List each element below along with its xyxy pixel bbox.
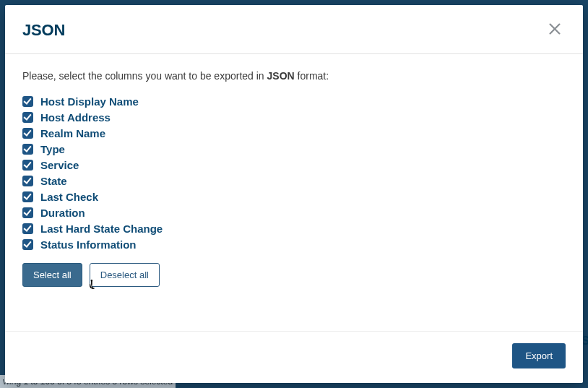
column-option[interactable]: Duration — [22, 206, 566, 220]
column-checkbox[interactable] — [22, 207, 33, 218]
column-checkbox[interactable] — [22, 191, 33, 202]
select-all-button[interactable]: Select all — [22, 263, 82, 287]
column-list: Host Display NameHost AddressRealm NameT… — [22, 95, 566, 251]
column-option[interactable]: State — [22, 174, 566, 188]
column-label[interactable]: Duration — [40, 207, 85, 219]
column-label[interactable]: Status Information — [40, 238, 137, 251]
column-option[interactable]: Realm Name — [22, 126, 566, 140]
deselect-all-button[interactable]: Deselect all — [90, 263, 160, 287]
column-checkbox[interactable] — [22, 112, 33, 123]
column-label[interactable]: Host Address — [40, 111, 111, 124]
column-checkbox[interactable] — [22, 176, 33, 186]
instruction-prefix: Please, select the columns you want to b… — [22, 70, 267, 82]
instruction-text: Please, select the columns you want to b… — [22, 70, 566, 82]
column-checkbox[interactable] — [22, 96, 33, 107]
column-option[interactable]: Host Display Name — [22, 95, 566, 108]
modal-header: JSON — [5, 5, 583, 54]
column-label[interactable]: Service — [40, 159, 79, 171]
column-option[interactable]: Type — [22, 142, 566, 156]
column-label[interactable]: Realm Name — [40, 127, 105, 139]
modal-footer: Export — [5, 331, 583, 383]
column-label[interactable]: Last Hard State Change — [40, 223, 163, 235]
close-button[interactable] — [544, 18, 566, 42]
column-option[interactable]: Last Check — [22, 190, 566, 204]
column-label[interactable]: Host Display Name — [40, 95, 139, 108]
column-option[interactable]: Status Information — [22, 238, 566, 251]
instruction-format: JSON — [267, 70, 295, 82]
close-icon — [547, 21, 563, 39]
column-option[interactable]: Service — [22, 158, 566, 172]
column-checkbox[interactable] — [22, 223, 33, 234]
select-actions: Select all Deselect all — [22, 263, 566, 287]
column-checkbox[interactable] — [22, 239, 33, 250]
column-checkbox[interactable] — [22, 160, 33, 171]
column-checkbox[interactable] — [22, 144, 33, 155]
export-button[interactable]: Export — [512, 343, 566, 368]
export-json-modal: JSON Please, select the columns you want… — [5, 5, 583, 383]
column-option[interactable]: Host Address — [22, 111, 566, 124]
modal-title: JSON — [22, 21, 65, 40]
column-label[interactable]: Type — [40, 143, 65, 155]
column-label[interactable]: Last Check — [40, 191, 98, 203]
modal-body: Please, select the columns you want to b… — [5, 54, 583, 331]
column-checkbox[interactable] — [22, 128, 33, 139]
column-label[interactable]: State — [40, 175, 67, 187]
column-option[interactable]: Last Hard State Change — [22, 222, 566, 236]
instruction-suffix: format: — [295, 70, 329, 82]
